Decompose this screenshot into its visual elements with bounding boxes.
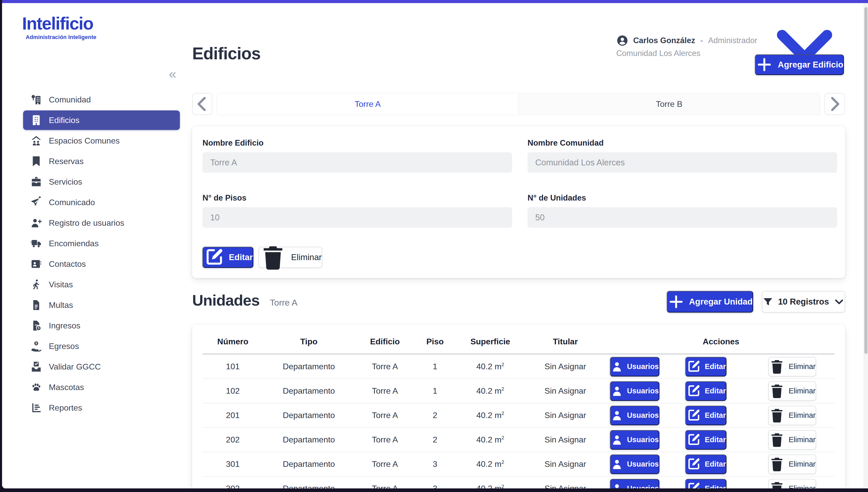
sidebar-item-contactos[interactable]: Contactos bbox=[2, 254, 183, 274]
cell-edificio: Torre A bbox=[355, 362, 415, 371]
button-label: Editar bbox=[705, 387, 726, 395]
add-building-button[interactable]: Agregar Edificio bbox=[755, 54, 844, 75]
user-role: Administrador bbox=[708, 36, 757, 45]
editar-button[interactable]: Editar bbox=[685, 430, 726, 450]
page-scrollbar[interactable] bbox=[864, 3, 868, 488]
sidebar-item-edificios[interactable]: Edificios bbox=[23, 110, 180, 130]
sidebar: Intelificio Administración Inteligente C… bbox=[2, 3, 183, 488]
button-label: Usuarios bbox=[627, 362, 659, 371]
button-label: Editar bbox=[705, 484, 726, 488]
building-tabs: Torre A Torre B bbox=[192, 93, 845, 115]
cell-tipo: Departamento bbox=[263, 435, 355, 444]
usuarios-button[interactable]: Usuarios bbox=[610, 479, 659, 489]
eliminar-button[interactable]: Eliminar bbox=[768, 357, 816, 376]
sidebar-item-visitas[interactable]: Visitas bbox=[2, 274, 183, 295]
tabs-scroll-left-button[interactable] bbox=[192, 93, 212, 115]
cell-titular: Sin Asignar bbox=[526, 386, 605, 396]
chevron-down-icon bbox=[834, 296, 845, 308]
add-unit-button[interactable]: Agregar Unidad bbox=[667, 291, 753, 313]
editar-button[interactable]: Editar bbox=[685, 357, 726, 376]
sidebar-item-servicios[interactable]: Servicios bbox=[2, 172, 183, 192]
eliminar-button[interactable]: Eliminar bbox=[768, 479, 816, 489]
cell-superficie: 40.2 m2 bbox=[455, 362, 526, 371]
sidebar-item-encomiendas[interactable]: Encomiendas bbox=[2, 233, 183, 254]
sidebar-item-ingresos[interactable]: $Ingresos bbox=[2, 315, 183, 336]
paw-icon bbox=[30, 381, 42, 393]
report-chart-icon bbox=[30, 402, 42, 414]
cell-action: Usuarios bbox=[605, 357, 664, 376]
sidebar-item-label: Ingresos bbox=[49, 321, 80, 330]
edit-building-button[interactable]: Editar bbox=[203, 247, 253, 268]
usuarios-button[interactable]: Usuarios bbox=[610, 454, 659, 474]
field-label-nombre-edificio: Nombre Edificio bbox=[203, 139, 264, 148]
trash-icon bbox=[769, 456, 785, 472]
cell-numero: 202 bbox=[203, 435, 263, 444]
sidebar-item-egresos[interactable]: $Egresos bbox=[2, 336, 183, 356]
sidebar-item-comunicado[interactable]: Comunicado bbox=[2, 192, 183, 213]
cell-action: Editar bbox=[664, 381, 747, 401]
column-header-edificio: Edificio bbox=[355, 337, 415, 346]
editar-button[interactable]: Editar bbox=[685, 479, 726, 489]
sidebar-item-comunidad[interactable]: Comunidad bbox=[2, 89, 183, 110]
cell-tipo: Departamento bbox=[263, 411, 355, 420]
usuarios-button[interactable]: Usuarios bbox=[610, 357, 659, 376]
nombre-comunidad-input[interactable]: Comunidad Los Alerces bbox=[527, 152, 837, 173]
usuarios-button[interactable]: Usuarios bbox=[610, 406, 659, 425]
building-detail-card: Nombre Edificio Torre A Nombre Comunidad… bbox=[192, 126, 845, 278]
cell-action: Eliminar bbox=[747, 454, 837, 474]
sidebar-item-registro-de-usuarios[interactable]: Registro de usuarios bbox=[2, 213, 183, 233]
editar-button[interactable]: Editar bbox=[685, 406, 726, 425]
walking-icon bbox=[30, 279, 42, 290]
add-building-label: Agregar Edificio bbox=[778, 60, 843, 70]
button-label: Eliminar bbox=[789, 362, 816, 371]
cell-piso: 2 bbox=[415, 435, 455, 444]
column-header-piso: Piso bbox=[415, 337, 455, 346]
eliminar-button[interactable]: Eliminar bbox=[768, 430, 816, 450]
brand-name: Intelificio bbox=[22, 15, 183, 33]
sidebar-nav: ComunidadEdificiosEspacios ComunesReserv… bbox=[2, 89, 183, 418]
cell-superficie: 40.2 m2 bbox=[455, 435, 526, 444]
eliminar-button[interactable]: Eliminar bbox=[768, 454, 816, 474]
sidebar-item-espacios-comunes[interactable]: Espacios Comunes bbox=[2, 130, 183, 151]
sidebar-item-validar-ggcc[interactable]: Validar GGCC bbox=[2, 356, 183, 377]
nombre-edificio-input[interactable]: Torre A bbox=[203, 152, 512, 173]
delete-building-label: Eliminar bbox=[291, 252, 322, 262]
tabs-scroll-right-button[interactable] bbox=[825, 93, 845, 115]
sidebar-item-mascotas[interactable]: Mascotas bbox=[2, 377, 183, 397]
button-label: Usuarios bbox=[627, 411, 659, 420]
sidebar-item-reservas[interactable]: Reservas bbox=[2, 151, 183, 172]
sidebar-collapse-button[interactable]: « bbox=[169, 67, 176, 81]
button-label: Usuarios bbox=[627, 484, 659, 488]
usuarios-button[interactable]: Usuarios bbox=[610, 381, 659, 401]
editar-button[interactable]: Editar bbox=[685, 454, 726, 474]
editar-button[interactable]: Editar bbox=[685, 381, 726, 401]
units-title: Unidades bbox=[192, 292, 260, 309]
unidades-input[interactable]: 50 bbox=[527, 207, 837, 228]
records-filter-dropdown[interactable]: 10 Registros bbox=[762, 291, 845, 313]
delete-building-button[interactable]: Eliminar bbox=[258, 247, 322, 268]
trash-icon bbox=[259, 243, 287, 271]
cell-titular: Sin Asignar bbox=[526, 435, 605, 444]
cell-edificio: Torre A bbox=[355, 435, 415, 444]
scrollbar-thumb[interactable] bbox=[864, 7, 867, 354]
cell-edificio: Torre A bbox=[355, 484, 415, 488]
tab-torre-b[interactable]: Torre B bbox=[519, 93, 820, 115]
usuarios-button[interactable]: Usuarios bbox=[610, 430, 659, 450]
table-row-unit-101: 101DepartamentoTorre A140.2 m2Sin Asigna… bbox=[203, 354, 835, 379]
eliminar-button[interactable]: Eliminar bbox=[768, 406, 816, 425]
cell-superficie: 40.2 m2 bbox=[455, 386, 526, 396]
cell-action: Editar bbox=[664, 479, 747, 489]
sidebar-item-reportes[interactable]: Reportes bbox=[2, 397, 183, 418]
cell-action: Editar bbox=[664, 357, 747, 376]
tab-torre-a[interactable]: Torre A bbox=[217, 93, 519, 115]
sidebar-item-multas[interactable]: Multas bbox=[2, 295, 183, 315]
file-dollar-icon: $ bbox=[30, 320, 42, 331]
cell-action: Editar bbox=[664, 430, 747, 450]
pisos-input[interactable]: 10 bbox=[203, 207, 512, 228]
chevron-right-icon bbox=[825, 95, 844, 114]
cell-tipo: Departamento bbox=[263, 362, 355, 371]
sidebar-item-label: Comunidad bbox=[49, 95, 91, 104]
table-row-unit-302: 302DepartamentoTorre A340.2 m2Sin Asigna… bbox=[203, 476, 835, 488]
cell-numero: 302 bbox=[203, 484, 263, 488]
eliminar-button[interactable]: Eliminar bbox=[768, 381, 816, 401]
